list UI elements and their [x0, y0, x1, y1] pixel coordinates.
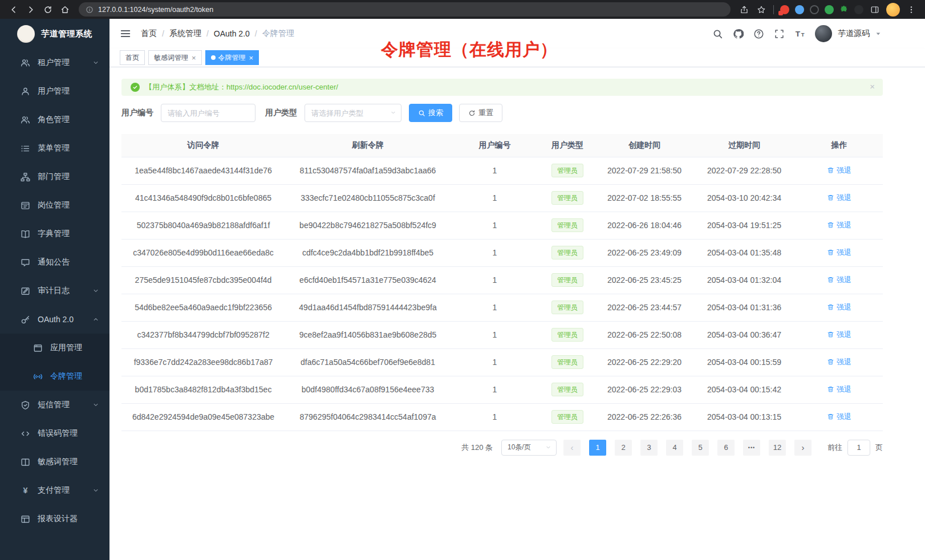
force-logout-button[interactable]: 强退	[827, 330, 851, 340]
extension-dark-round-icon[interactable]	[854, 5, 863, 14]
fullscreen-icon[interactable]	[774, 29, 785, 39]
browser-menu-button[interactable]	[903, 2, 919, 18]
browser-address-bar[interactable]: 127.0.0.1:1024/system/oauth2/token	[79, 2, 731, 17]
sidebar-item-sms[interactable]: 短信管理	[0, 391, 109, 419]
extension-green-circle-icon[interactable]	[825, 5, 834, 14]
page-size-select[interactable]: 10条/页	[501, 440, 557, 456]
force-logout-button[interactable]: 强退	[827, 220, 851, 230]
sidebar-item-payment[interactable]: ¥支付管理	[0, 476, 109, 505]
force-logout-button[interactable]: 强退	[827, 384, 851, 395]
sidebar-item-notice[interactable]: 通知公告	[0, 248, 109, 277]
user-type-tag: 管理员	[551, 164, 583, 177]
browser-side-panel-button[interactable]	[867, 2, 883, 18]
refresh-token-cell: cdfc4ce9c2da4bb1bdf21b9918ff4be5	[285, 239, 451, 266]
user-id-cell: 1	[451, 348, 539, 376]
trash-icon	[827, 303, 834, 311]
chevron-down-icon	[92, 287, 99, 294]
search-button[interactable]: 搜索	[409, 104, 452, 122]
extension-badge	[778, 11, 783, 15]
page-button-3[interactable]: 3	[640, 440, 658, 456]
page-button-5[interactable]: 5	[692, 440, 709, 456]
table-row: c342377bf8b344799dcbf7bf095287f29ce8ef2a…	[121, 321, 883, 348]
page-button-4[interactable]: 4	[666, 440, 683, 456]
extension-blue-drop-icon[interactable]	[795, 5, 804, 14]
prev-page-button[interactable]: ‹	[563, 440, 581, 456]
help-icon[interactable]	[753, 29, 764, 39]
user-type-select[interactable]	[305, 104, 401, 122]
sidebar-item-oauth2[interactable]: OAuth 2.0	[0, 305, 109, 334]
force-logout-button[interactable]: 强退	[827, 357, 851, 367]
sidebar-item-error-code[interactable]: 错误码管理	[0, 419, 109, 448]
site-info-icon[interactable]	[86, 6, 94, 14]
tab-首页[interactable]: 首页	[120, 50, 145, 65]
reset-button[interactable]: 重置	[459, 104, 502, 122]
sidebar-toggle-button[interactable]	[120, 28, 131, 39]
force-logout-button[interactable]: 强退	[827, 412, 851, 422]
svg-text:T: T	[796, 30, 801, 38]
sidebar-item-audit-log[interactable]: 审计日志	[0, 277, 109, 305]
user-id-input[interactable]	[161, 104, 255, 122]
sidebar-item-role[interactable]: 角色管理	[0, 105, 109, 134]
access-token-cell: c347026e805e4d99b0d116eae66eda8c	[121, 239, 285, 266]
book-icon	[21, 229, 30, 239]
create-time-cell: 2022-07-02 18:55:55	[596, 184, 693, 212]
force-logout-button[interactable]: 强退	[827, 247, 851, 258]
username[interactable]: 芋道源码	[838, 29, 870, 39]
goto-page-input[interactable]	[847, 440, 870, 456]
browser-home-button[interactable]	[57, 2, 73, 18]
github-icon[interactable]	[733, 29, 744, 39]
user-avatar[interactable]	[815, 25, 832, 42]
sidebar-item-app[interactable]: 应用管理	[0, 334, 109, 362]
sidebar-item-sensitive-word[interactable]: 敏感词管理	[0, 448, 109, 476]
sidebar-item-dept[interactable]: 部门管理	[0, 163, 109, 191]
user-type-cell: 管理员	[539, 157, 596, 184]
page-button-12[interactable]: 12	[769, 440, 786, 456]
browser-reload-button[interactable]	[40, 2, 56, 18]
force-logout-button[interactable]: 强退	[827, 165, 851, 176]
caret-down-icon[interactable]	[875, 30, 882, 37]
sidebar-item-label: 审计日志	[38, 286, 85, 296]
browser-bookmark-button[interactable]	[753, 2, 769, 18]
sidebar-item-label: 菜单管理	[38, 143, 99, 153]
browser-profile-avatar[interactable]	[886, 3, 900, 17]
sidebar-item-dict[interactable]: 字典管理	[0, 220, 109, 248]
font-size-icon[interactable]: TT	[794, 29, 805, 39]
tab-close-icon[interactable]: ×	[249, 54, 254, 62]
extension-dark-ring-icon[interactable]	[810, 5, 819, 14]
refresh-token-cell: 333ecfc71e02480cb11055c875c3ca0f	[285, 184, 451, 212]
user-type-select-input[interactable]	[305, 104, 401, 122]
action-cell: 强退	[796, 376, 883, 403]
search-icon[interactable]	[712, 29, 723, 39]
breadcrumb-item[interactable]: OAuth 2.0	[214, 29, 250, 38]
force-logout-button[interactable]: 强退	[827, 275, 851, 285]
tab-令牌管理[interactable]: 令牌管理×	[205, 50, 259, 65]
sidebar-item-token[interactable]: 令牌管理	[0, 362, 109, 391]
extension-colorful-icon[interactable]	[780, 5, 789, 14]
extension-green-puzzle-icon[interactable]	[839, 5, 849, 14]
tab-close-icon[interactable]: ×	[192, 54, 196, 62]
more-pages-button[interactable]: •••	[743, 440, 760, 456]
sidebar-item-report-designer[interactable]: 报表设计器	[0, 505, 109, 533]
page-button-6[interactable]: 6	[717, 440, 735, 456]
sidebar: 芋道管理系统 租户管理用户管理角色管理菜单管理部门管理岗位管理字典管理通知公告审…	[0, 19, 109, 560]
access-token-cell: 1ea5e44f8bc1467aaede43144f31de76	[121, 157, 285, 184]
sidebar-item-tenant[interactable]: 租户管理	[0, 48, 109, 77]
doc-link[interactable]: https://doc.iocoder.cn/user-center/	[226, 83, 338, 91]
sidebar-item-user[interactable]: 用户管理	[0, 77, 109, 105]
breadcrumb-item[interactable]: 首页	[141, 29, 157, 39]
tab-敏感词管理[interactable]: 敏感词管理×	[148, 50, 202, 65]
sidebar-item-post[interactable]: 岗位管理	[0, 191, 109, 220]
browser-forward-button[interactable]	[23, 2, 39, 18]
trash-icon	[827, 385, 834, 393]
force-logout-button[interactable]: 强退	[827, 193, 851, 203]
breadcrumb-item[interactable]: 系统管理	[169, 29, 201, 39]
browser-back-button[interactable]	[6, 2, 22, 18]
next-page-button[interactable]: ›	[794, 440, 812, 456]
column-header: 刷新令牌	[285, 134, 451, 157]
page-button-1[interactable]: 1	[589, 440, 606, 456]
force-logout-button[interactable]: 强退	[827, 302, 851, 313]
browser-share-button[interactable]	[736, 2, 752, 18]
alert-close-icon[interactable]: ×	[870, 82, 875, 91]
page-button-2[interactable]: 2	[615, 440, 632, 456]
sidebar-item-menu[interactable]: 菜单管理	[0, 134, 109, 163]
